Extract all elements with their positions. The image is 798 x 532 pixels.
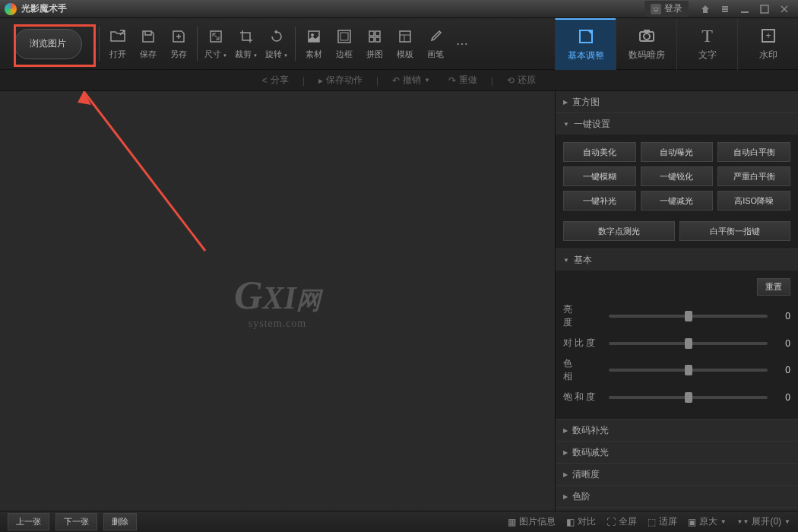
- svg-rect-12: [369, 37, 374, 42]
- tab-text[interactable]: T 文字: [676, 18, 737, 70]
- undo-icon: ↶: [392, 75, 400, 86]
- brightness-slider-row: 亮度 0: [563, 303, 790, 329]
- levels-header[interactable]: ▶色阶: [556, 486, 798, 507]
- chevron-down-icon: ▼: [563, 257, 569, 264]
- oneclick-header[interactable]: ▼ 一键设置: [556, 113, 798, 135]
- crop-icon: [237, 27, 255, 46]
- save-action-button[interactable]: ▸保存动作: [314, 72, 367, 88]
- curves-header[interactable]: ▶曲线: [556, 508, 798, 511]
- crop-button[interactable]: 裁剪▼: [231, 21, 261, 67]
- high-iso-button[interactable]: 高ISO降噪: [717, 191, 790, 211]
- svg-rect-2: [722, 11, 728, 12]
- chevron-right-icon: ▶: [563, 493, 568, 500]
- compare-icon: ◧: [566, 517, 575, 527]
- maximize-button[interactable]: [755, 2, 774, 16]
- share-button[interactable]: <分享: [258, 72, 293, 88]
- rotate-button[interactable]: 旋转▼: [261, 21, 292, 67]
- main-toolbar: 浏览图片 打开 保存 另存 尺寸▼ 裁剪▼ 旋转▼ 素材 边框 拼图: [0, 18, 798, 70]
- close-button[interactable]: [775, 2, 793, 16]
- oneclick-fill-button[interactable]: 一键补光: [563, 191, 636, 211]
- size-button[interactable]: 尺寸▼: [201, 21, 231, 67]
- chevron-right-icon: ▶: [563, 427, 568, 434]
- prev-button[interactable]: 上一张: [8, 513, 49, 530]
- redo-button[interactable]: ↷重做: [444, 72, 482, 88]
- material-button[interactable]: 素材: [299, 21, 329, 67]
- basic-adjust-icon: [576, 27, 596, 46]
- share-icon: <: [262, 75, 268, 86]
- svg-rect-11: [375, 31, 380, 36]
- save-button[interactable]: 保存: [133, 21, 163, 67]
- svg-rect-20: [644, 30, 650, 32]
- basic-header[interactable]: ▼ 基本: [556, 249, 798, 271]
- fullscreen-button[interactable]: ⛶全屏: [606, 515, 637, 528]
- chevron-down-icon: ▼: [563, 121, 569, 128]
- border-button[interactable]: 边框: [329, 21, 359, 67]
- auto-exposure-button[interactable]: 自动曝光: [641, 142, 714, 162]
- restore-icon: ⟲: [507, 75, 515, 86]
- darkroom-icon: [637, 26, 657, 46]
- save-as-icon: [169, 27, 188, 46]
- chevron-right-icon: ▶: [563, 449, 568, 456]
- hue-slider-row: 色相 0: [563, 357, 790, 383]
- more-button[interactable]: ⋯: [451, 21, 473, 67]
- clarity-header[interactable]: ▶清晰度: [556, 464, 798, 485]
- image-info-button[interactable]: ▦图片信息: [508, 515, 556, 528]
- tab-basic-adjust[interactable]: 基本调整: [555, 18, 616, 70]
- spot-meter-button[interactable]: 数字点测光: [563, 221, 675, 241]
- brush-icon: [426, 27, 445, 46]
- svg-rect-0: [722, 6, 728, 8]
- svg-line-23: [84, 91, 205, 251]
- oneclick-blur-button[interactable]: 一键模糊: [563, 166, 636, 186]
- oneclick-dim-button[interactable]: 一键减光: [641, 191, 714, 211]
- contrast-slider[interactable]: [609, 342, 768, 345]
- tab-watermark[interactable]: + 水印: [737, 18, 798, 70]
- more-icon: ⋯: [453, 35, 471, 53]
- app-title: 光影魔术手: [21, 2, 67, 15]
- login-button[interactable]: ☺ 登录: [644, 1, 689, 17]
- watermark-icon: +: [758, 26, 778, 46]
- home-button[interactable]: [696, 2, 714, 16]
- right-tabs: 基本调整 数码暗房 T 文字 + 水印: [555, 18, 798, 70]
- original-icon: ▣: [688, 517, 696, 527]
- save-as-button[interactable]: 另存: [163, 21, 194, 67]
- delete-button[interactable]: 删除: [103, 513, 137, 530]
- hue-slider[interactable]: [609, 369, 768, 372]
- saturation-slider[interactable]: [609, 396, 768, 399]
- fullscreen-icon: ⛶: [606, 517, 616, 527]
- settings-button[interactable]: [716, 2, 734, 16]
- watermark-text: GXI网 system.com: [234, 273, 321, 330]
- tab-darkroom[interactable]: 数码暗房: [616, 18, 676, 70]
- svg-text:+: +: [765, 30, 771, 41]
- fitscreen-icon: ⬚: [648, 517, 656, 527]
- canvas[interactable]: GXI网 system.com: [0, 91, 555, 511]
- digital-dim-header[interactable]: ▶数码减光: [556, 442, 798, 463]
- original-button[interactable]: ▣原大▼: [688, 515, 727, 528]
- restore-button[interactable]: ⟲还原: [502, 72, 540, 88]
- next-button[interactable]: 下一张: [55, 513, 97, 530]
- fitscreen-button[interactable]: ⬚适屏: [648, 515, 677, 528]
- severe-wb-button[interactable]: 严重白平衡: [717, 166, 790, 186]
- brightness-slider[interactable]: [609, 315, 768, 318]
- svg-point-7: [311, 33, 314, 36]
- template-button[interactable]: 模板: [390, 21, 420, 67]
- undo-button[interactable]: ↶撤销▼: [388, 72, 435, 88]
- oneclick-sharpen-button[interactable]: 一键锐化: [641, 166, 714, 186]
- material-icon: [305, 27, 323, 46]
- template-icon: [396, 27, 414, 46]
- minimize-button[interactable]: [736, 2, 754, 16]
- histogram-header[interactable]: ▶ 直方图: [556, 91, 798, 112]
- wb-onekey-button[interactable]: 白平衡一指键: [679, 221, 791, 241]
- sub-toolbar: <分享 | ▸保存动作 | ↶撤销▼ ↷重做 | ⟲还原: [0, 70, 798, 91]
- expand-button[interactable]: ▼▼展开(0)▼: [737, 515, 790, 528]
- saturation-slider-row: 饱和度 0: [563, 391, 790, 404]
- auto-beautify-button[interactable]: 自动美化: [563, 142, 636, 162]
- brush-button[interactable]: 画笔: [420, 21, 451, 67]
- collage-button[interactable]: 拼图: [359, 21, 390, 67]
- reset-button[interactable]: 重置: [757, 278, 790, 296]
- compare-button[interactable]: ◧对比: [566, 515, 596, 528]
- right-panel: ▶ 直方图 ▼ 一键设置 自动美化 自动曝光 自动白平衡 一键模糊 一键锐化 严…: [555, 91, 798, 511]
- open-button[interactable]: 打开: [103, 21, 133, 67]
- digital-fill-header[interactable]: ▶数码补光: [556, 420, 798, 441]
- auto-wb-button[interactable]: 自动白平衡: [717, 142, 790, 162]
- browse-images-button[interactable]: 浏览图片: [14, 29, 82, 59]
